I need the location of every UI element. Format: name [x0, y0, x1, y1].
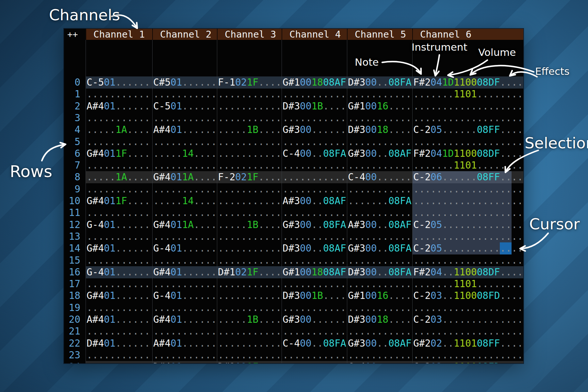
pattern-cell-r19-ch3[interactable]: ...........: [218, 302, 283, 314]
pattern-cell-r1-ch3[interactable]: ...........: [218, 88, 283, 100]
channel-header-5[interactable]: Channel 5: [347, 29, 412, 40]
pattern-cell-r15-ch6[interactable]: ...................: [413, 254, 523, 266]
pattern-cell-r8-ch4[interactable]: ...........: [283, 171, 348, 183]
pattern-cell-r15-ch3[interactable]: ...........: [218, 254, 283, 266]
pattern-cell-r7-ch6[interactable]: .......1101........: [413, 159, 523, 171]
pattern-cell-r19-ch5[interactable]: ...........: [348, 302, 413, 314]
pattern-cell-r19-ch6[interactable]: ...................: [413, 302, 523, 314]
pattern-cell-r18-ch2[interactable]: G-401......: [153, 290, 218, 302]
pattern-cell-r18-ch3[interactable]: ...........: [218, 290, 283, 302]
row-number[interactable]: 13: [64, 231, 80, 242]
row-number[interactable]: 11: [64, 207, 80, 219]
pattern-cell-r5-ch6[interactable]: ...................: [413, 136, 523, 148]
pattern-cell-r6-ch3[interactable]: ...........: [218, 148, 283, 159]
pattern-cell-r7-ch3[interactable]: ...........: [218, 159, 283, 171]
pattern-cell-r22-ch5[interactable]: G#300..08AF: [348, 337, 413, 349]
row-number[interactable]: 15: [64, 254, 80, 266]
channel-header-3[interactable]: Channel 3: [217, 29, 282, 40]
pattern-cell-r16-ch1[interactable]: G-401......: [87, 266, 153, 278]
pattern-cell-r4-ch5[interactable]: D#30018....: [348, 124, 413, 136]
pattern-cell-r9-ch5[interactable]: ...........: [348, 183, 413, 195]
pattern-cell-r7-ch4[interactable]: ...........: [283, 159, 348, 171]
pattern-cell-r5-ch3[interactable]: ...........: [218, 136, 283, 148]
pattern-cell-r6-ch6[interactable]: F#2041D110008DF....: [413, 148, 523, 159]
pattern-cell-r24-ch6[interactable]: C-303..110008FD....: [413, 361, 523, 363]
pattern-cell-r7-ch1[interactable]: ...........: [87, 159, 153, 171]
pattern-cell-r24-ch5[interactable]: C-400......: [348, 361, 413, 363]
pattern-cell-r6-ch1[interactable]: G#4011F....: [87, 148, 153, 159]
pattern-cell-r3-ch6[interactable]: ...................: [413, 112, 523, 124]
row-number[interactable]: 3: [64, 112, 80, 124]
pattern-cell-r8-ch5[interactable]: C-400......: [348, 171, 413, 183]
pattern-cell-r8-ch1[interactable]: .....1A....: [87, 171, 153, 183]
pattern-cell-r21-ch5[interactable]: ...........: [348, 325, 413, 337]
row-number[interactable]: 9: [64, 183, 80, 195]
pattern-cell-r22-ch4[interactable]: C-400..08FA: [283, 337, 348, 349]
pattern-cell-r3-ch1[interactable]: ...........: [87, 112, 153, 124]
pattern-cell-r1-ch1[interactable]: ...........: [87, 88, 153, 100]
pattern-cell-r16-ch2[interactable]: G#401......: [153, 266, 218, 278]
pattern-cell-r13-ch6[interactable]: ...................: [413, 231, 523, 242]
pattern-cell-r19-ch2[interactable]: ...........: [153, 302, 218, 314]
pattern-cell-r16-ch4[interactable]: G#1001808AF: [283, 266, 348, 278]
pattern-cell-r5-ch2[interactable]: ...........: [153, 136, 218, 148]
row-number[interactable]: 12: [64, 219, 80, 231]
pattern-cell-r5-ch5[interactable]: ...........: [348, 136, 413, 148]
row-number[interactable]: 18: [64, 290, 80, 302]
pattern-cell-r16-ch3[interactable]: D#1021F....: [218, 266, 283, 278]
pattern-cell-r23-ch1[interactable]: ...........: [87, 349, 153, 361]
pattern-cell-r13-ch2[interactable]: ...........: [153, 231, 218, 242]
row-number[interactable]: 21: [64, 325, 80, 337]
pattern-cell-r20-ch4[interactable]: G#300......: [283, 314, 348, 325]
pattern-cell-r14-ch6[interactable]: C-205..............: [413, 242, 523, 254]
pattern-cell-r1-ch5[interactable]: ...........: [348, 88, 413, 100]
pattern-cell-r22-ch2[interactable]: A#401......: [153, 337, 218, 349]
pattern-cell-r10-ch4[interactable]: A#300..08AF: [283, 195, 348, 207]
row-number[interactable]: 14: [64, 242, 80, 254]
pattern-cell-r4-ch4[interactable]: G#300......: [283, 124, 348, 136]
pattern-cell-r21-ch4[interactable]: ...........: [283, 325, 348, 337]
pattern-cell-r19-ch4[interactable]: ...........: [283, 302, 348, 314]
pattern-cell-r7-ch5[interactable]: ...........: [348, 159, 413, 171]
row-number[interactable]: 20: [64, 314, 80, 325]
pattern-cell-r2-ch6[interactable]: ...................: [413, 100, 523, 112]
pattern-cell-r20-ch1[interactable]: A#401......: [87, 314, 153, 325]
pattern-cell-r21-ch6[interactable]: ...................: [413, 325, 523, 337]
pattern-cell-r2-ch1[interactable]: A#401......: [87, 100, 153, 112]
pattern-cell-r0-ch4[interactable]: G#1001808AF: [283, 76, 348, 88]
pattern-cell-r8-ch6[interactable]: C-206......08FF....: [413, 171, 523, 183]
pattern-cell-r3-ch2[interactable]: ...........: [153, 112, 218, 124]
pattern-cell-r1-ch2[interactable]: ...........: [153, 88, 218, 100]
row-number[interactable]: 6: [64, 148, 80, 159]
pattern-cell-r0-ch1[interactable]: C-501......: [87, 76, 153, 88]
channel-header-2[interactable]: Channel 2: [152, 29, 217, 40]
pattern-cell-r18-ch4[interactable]: D#3001B....: [283, 290, 348, 302]
pattern-cell-r12-ch4[interactable]: G#300..08FA: [283, 219, 348, 231]
pattern-cell-r10-ch3[interactable]: ...........: [218, 195, 283, 207]
row-number[interactable]: 24: [64, 361, 80, 363]
pattern-cell-r23-ch5[interactable]: ...........: [348, 349, 413, 361]
channel-header-4[interactable]: Channel 4: [282, 29, 347, 40]
row-number[interactable]: 17: [64, 278, 80, 290]
pattern-cell-r0-ch2[interactable]: C#501......: [153, 76, 218, 88]
pattern-cell-r13-ch3[interactable]: ...........: [218, 231, 283, 242]
pattern-cell-r24-ch1[interactable]: ...........: [87, 361, 153, 363]
pattern-cell-r2-ch2[interactable]: C-501......: [153, 100, 218, 112]
pattern-cell-r0-ch5[interactable]: D#300..08FA: [348, 76, 413, 88]
pattern-cell-r17-ch2[interactable]: ...........: [153, 278, 218, 290]
pattern-cell-r17-ch6[interactable]: .......1101........: [413, 278, 523, 290]
pattern-cell-r22-ch1[interactable]: D#401......: [87, 337, 153, 349]
channel-header-1[interactable]: Channel 1: [86, 29, 152, 40]
pattern-cell-r22-ch6[interactable]: G#202..110108FF....: [413, 337, 523, 349]
pattern-cell-r23-ch3[interactable]: ...........: [218, 349, 283, 361]
row-number[interactable]: 22: [64, 337, 80, 349]
pattern-cell-r0-ch6[interactable]: F#2041D110008DF....: [413, 76, 523, 88]
row-number[interactable]: 19: [64, 302, 80, 314]
pattern-cell-r7-ch2[interactable]: ...........: [153, 159, 218, 171]
pattern-cell-r2-ch3[interactable]: ...........: [218, 100, 283, 112]
pattern-cell-r1-ch6[interactable]: .......1101........: [413, 88, 523, 100]
row-number[interactable]: 1: [64, 88, 80, 100]
pattern-cell-r14-ch4[interactable]: D#300..08AF: [283, 242, 348, 254]
pattern-cell-r0-ch3[interactable]: F-1021F....: [218, 76, 283, 88]
pattern-cell-r10-ch1[interactable]: G#4011F....: [87, 195, 153, 207]
